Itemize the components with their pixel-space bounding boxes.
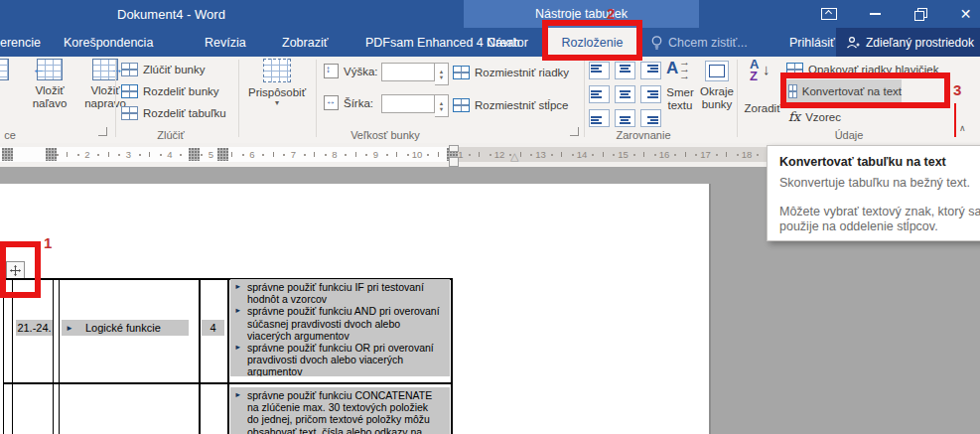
row-height-spinner[interactable]: ▲ ▼ <box>435 63 449 85</box>
alignment-group-label: Zarovnanie <box>584 129 703 141</box>
ruler-tick <box>149 152 150 157</box>
distribute-cols-icon <box>453 98 470 112</box>
insert-left-button[interactable]: ← Vložiť naľavo <box>24 59 75 138</box>
minimize-button[interactable] <box>860 0 890 28</box>
merge-cells-label: Zlúčiť bunky <box>143 64 205 75</box>
cell-margins-button[interactable]: Okraje bunky <box>699 59 735 138</box>
align-top-left-icon <box>589 62 610 79</box>
align-bottom-center-button[interactable] <box>614 108 635 128</box>
tooltip-body-2: Môžete vybrať textový znak, ktorý sa pou… <box>779 205 980 235</box>
sort-label: Zoradiť <box>745 102 781 115</box>
ruler-number: 15 <box>618 149 629 160</box>
merge-cells-button[interactable]: Zlúčiť bunky <box>121 63 205 76</box>
col-width-input[interactable] <box>381 94 435 113</box>
sort-button[interactable]: A Z ↓ Zoradiť <box>741 59 784 138</box>
ruler-tick <box>603 152 604 157</box>
spin-down-icon: ▼ <box>439 74 444 80</box>
convert-to-text-tooltip: Konvertovať tabuľku na text Skonvertuje … <box>767 145 980 241</box>
share-label: Zdieľaný prostriedok <box>866 36 974 50</box>
tab-korespondencia[interactable]: Korešpondencia <box>64 28 153 57</box>
align-center-center-button[interactable] <box>614 84 635 104</box>
ribbon-display-options-button[interactable] <box>814 0 844 28</box>
ruler-number: 2 <box>84 149 89 160</box>
align-bottom-right-button[interactable] <box>639 108 661 128</box>
ruler-tick <box>757 154 759 156</box>
ruler-tick <box>737 154 739 156</box>
ruler-number: 8 <box>332 149 337 160</box>
cell-size-group-label: Veľkosť bunky <box>326 129 445 141</box>
ruler-tick <box>530 154 532 156</box>
cell-size-dialog-launcher[interactable] <box>570 127 579 136</box>
distribute-rows-button[interactable]: Rozmiestniť riadky <box>453 66 569 79</box>
ruler-tick <box>520 152 521 157</box>
cell-range[interactable]: 21.-24. <box>16 320 53 336</box>
text-direction-button[interactable]: A → → → Smer textu <box>663 59 697 138</box>
tab-referencie[interactable]: erencie <box>0 28 41 57</box>
tell-me-box[interactable]: Chcem zistiť... <box>651 28 748 57</box>
align-center-left-button[interactable] <box>588 84 610 104</box>
rows-columns-group-label: ce <box>0 129 20 141</box>
ruler-tick <box>695 154 697 156</box>
restore-button[interactable] <box>906 0 935 28</box>
autofit-button[interactable]: Prispôsobiť ▾ <box>244 59 310 138</box>
align-center-right-button[interactable] <box>639 84 661 104</box>
table-insert-icon <box>0 59 9 80</box>
ruler-tick <box>427 154 429 156</box>
ruler-tick <box>643 152 644 157</box>
ruler-number: 14 <box>577 149 588 160</box>
ruler-number: 7 <box>291 149 296 160</box>
ruler-tick <box>108 152 109 157</box>
align-center-right-icon <box>640 85 661 103</box>
cell-hours[interactable]: 4 <box>202 320 224 336</box>
first-line-indent-marker[interactable] <box>449 145 459 152</box>
ruler-tick <box>355 152 356 157</box>
col-width-control: ↔ Šírka: <box>324 95 373 110</box>
indent-marker-triangle[interactable]: △ <box>510 150 518 163</box>
annotation-box-2 <box>542 20 642 61</box>
split-table-label: Rozdeliť tabuľku <box>143 107 226 119</box>
table-vline <box>53 278 54 434</box>
group-separator <box>316 60 317 137</box>
sign-in-button[interactable]: Prihlásiť <box>789 28 835 57</box>
rows-columns-dialog-launcher[interactable] <box>98 127 107 136</box>
cell-bullets-row2[interactable]: ►správne použiť funkciu CONCATENATE na z… <box>230 387 450 434</box>
cell-bullets-row1[interactable]: ►správne použiť funkciu IF pri testovaní… <box>230 279 450 376</box>
annotation-number-2: 2 <box>607 5 615 22</box>
tab-zobrazit[interactable]: Zobraziť <box>282 28 328 57</box>
tab-navrh[interactable]: Návrh <box>487 28 519 57</box>
insert-below-button[interactable]: iť d <box>0 59 24 138</box>
row-height-input[interactable] <box>381 63 435 81</box>
collapse-ribbon-icon[interactable]: ∧ <box>959 123 966 133</box>
autofit-icon <box>263 59 291 82</box>
group-separator <box>584 60 585 137</box>
annotation-line-3 <box>954 103 956 137</box>
align-bottom-center-icon <box>615 109 635 127</box>
data-group-label: Údaje <box>789 129 909 141</box>
tab-revizia[interactable]: Revízia <box>205 28 246 57</box>
insert-left-label: Vložiť <box>35 84 64 97</box>
merge-cells-icon <box>121 63 138 76</box>
ruler-tick <box>592 154 594 156</box>
col-width-spinner[interactable]: ▲ ▼ <box>435 94 449 117</box>
align-bottom-right-icon <box>640 109 661 127</box>
distribute-cols-button[interactable]: Rozmiestniť stĺpce <box>453 98 568 112</box>
align-bottom-left-button[interactable] <box>588 108 610 128</box>
align-top-right-icon <box>640 62 661 79</box>
split-cells-button[interactable]: Rozdeliť bunky <box>121 84 219 98</box>
split-table-button[interactable]: Rozdeliť tabuľku <box>121 106 226 120</box>
window-title: Dokument4 - Word <box>117 0 225 28</box>
align-top-center-button[interactable] <box>614 61 635 80</box>
ruler-tick <box>633 154 635 156</box>
cell-topic[interactable]: ► Logické funkcie <box>62 320 189 336</box>
split-cells-icon <box>121 84 138 98</box>
close-button[interactable]: ✕ <box>951 0 980 28</box>
ribbon-tab-row: erencie Korešpondencia Revízia Zobraziť … <box>0 28 980 57</box>
ruler-tick <box>674 154 676 156</box>
formula-button[interactable]: fx Vzorec <box>788 109 841 124</box>
minimize-icon <box>870 13 881 15</box>
share-button[interactable]: Zdieľaný prostriedok <box>836 28 980 57</box>
chevron-down-icon: ▾ <box>275 99 279 107</box>
align-top-right-button[interactable] <box>639 61 661 80</box>
align-top-left-button[interactable] <box>588 61 610 80</box>
hanging-indent-marker[interactable] <box>449 157 459 167</box>
